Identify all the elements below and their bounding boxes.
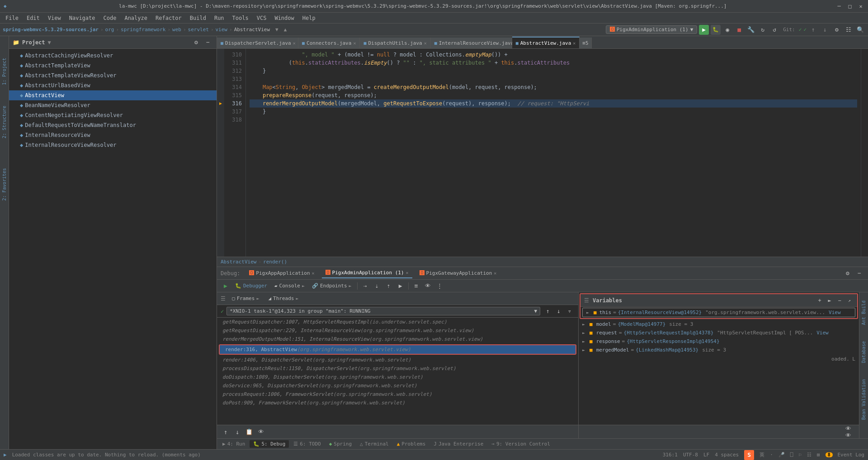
stop-button[interactable]: ■ <box>734 25 744 35</box>
redo-button[interactable]: ↺ <box>769 25 779 35</box>
bean-validation-label[interactable]: Bean Validation <box>860 376 867 423</box>
menu-view[interactable]: View <box>44 14 65 22</box>
console-tab[interactable]: ▰ Console ► <box>272 281 307 291</box>
git-update[interactable]: ↑ <box>808 25 818 35</box>
vars-minimize-icon[interactable]: − <box>835 296 844 305</box>
tab-dispatchutils[interactable]: ■ DispatchUtils.java ✕ <box>360 38 430 48</box>
endpoints-tab[interactable]: 🔗 Endpoints ► <box>309 281 354 291</box>
step-out-icon[interactable]: ⇡ <box>384 281 394 291</box>
tree-item-abstracttemplateviewresolver[interactable]: ◆ AbstractTemplateViewResolver <box>9 70 217 80</box>
tab-close-connectors[interactable]: ✕ <box>353 41 356 46</box>
jar-name[interactable]: spring-webmvc-5.3.29-sources.jar <box>3 27 99 33</box>
minimize-button[interactable]: ─ <box>835 3 843 10</box>
var-view-link[interactable]: View <box>829 310 841 315</box>
var-this[interactable]: ► ■ this = {InternalResourceView@14952} … <box>583 308 855 317</box>
debug-button[interactable]: 🐛 <box>711 25 721 35</box>
event-log-badge[interactable]: 8 Event Log <box>826 452 864 458</box>
close-pigxgateway[interactable]: ✕ <box>494 271 496 276</box>
project-tab-label[interactable]: 1: Project <box>1 54 8 89</box>
var-response[interactable]: ► ■ response = {HttpServletResponseImpl@… <box>579 337 859 346</box>
vars-expand-icon[interactable]: ► <box>826 296 834 305</box>
nav-springframework[interactable]: springframework <box>121 27 165 33</box>
tab-abstractview[interactable]: ■ AbstractView.java ✕ <box>512 37 580 48</box>
status-s-icon[interactable]: S <box>744 450 754 460</box>
menu-vcs[interactable]: VCS <box>253 14 270 22</box>
tree-item-beannamviewresolver[interactable]: ◆ BeanNameViewResolver <box>9 100 217 110</box>
frame-7[interactable]: doService:965, DispatcherServlet (org.sp… <box>217 381 578 390</box>
debug-settings-icon[interactable]: ⚙ <box>843 268 853 278</box>
status-lang[interactable]: 英 <box>760 451 764 458</box>
close-pigxapp[interactable]: ✕ <box>312 271 315 276</box>
database-label[interactable]: Database <box>860 338 867 366</box>
tab-dispatcherservlet[interactable]: ■ DispatcherServlet.java ✕ <box>217 38 298 48</box>
run-button[interactable]: ▶ <box>699 25 709 35</box>
status-grid2[interactable]: ⊠ <box>817 452 820 458</box>
step-over-icon[interactable]: ⇢ <box>360 281 370 291</box>
frame-6[interactable]: doDispatch:1089, DispatcherServlet (org.… <box>217 373 578 381</box>
thread-up-icon[interactable]: ↑ <box>543 306 553 316</box>
frames-button[interactable]: ▢ Frames ► <box>229 295 262 302</box>
tab-more-button[interactable]: ≡5 <box>580 38 591 48</box>
project-minimize-icon[interactable]: − <box>203 38 213 47</box>
frame-8[interactable]: processRequest:1006, FrameworkServlet (o… <box>217 390 578 399</box>
tree-item-abstractview[interactable]: ◆ AbstractView <box>9 90 217 100</box>
var-mergedmodel[interactable]: ► ■ mergedModel = {LinkedHashMap@14953} … <box>579 346 859 354</box>
close-button[interactable]: ✕ <box>857 3 864 10</box>
run-to-cursor-icon[interactable]: ▶ <box>396 281 406 291</box>
menu-run[interactable]: Run <box>211 14 228 22</box>
menu-help[interactable]: Help <box>299 14 319 22</box>
nav-abstractview[interactable]: AbstractView <box>234 27 270 33</box>
tree-item-abstracttemplateview[interactable]: ◆ AbstractTemplateView <box>9 61 217 70</box>
request-view-link[interactable]: View <box>816 330 829 336</box>
threads-button[interactable]: ◢ Threads ► <box>265 295 301 302</box>
breadcrumb-render[interactable]: render() <box>263 259 287 265</box>
tab-close-dispatcherservlet[interactable]: ✕ <box>293 41 296 46</box>
evaluate-icon[interactable]: ≡ <box>411 281 421 291</box>
menu-code[interactable]: Code <box>100 14 120 22</box>
vars-maximize-icon[interactable]: ↗ <box>845 296 854 305</box>
debug-tab-pigxadmin[interactable]: 🅾 PigxAdminApplication (1) ✕ <box>322 268 412 278</box>
breadcrumb-abstractview[interactable]: AbstractView <box>221 259 256 265</box>
bottom-tab-todo[interactable]: ☰ 6: TODO <box>290 440 324 448</box>
watch-icon[interactable]: 👁 <box>423 281 433 291</box>
frame-3-bordered[interactable]: render:316, AbstractView (org.springfram… <box>219 344 576 355</box>
thread-dropdown[interactable]: *XNIO-1 task-1"@14,323 in group "main": … <box>226 307 540 315</box>
layout-button[interactable]: ☷ <box>844 25 854 35</box>
vars-add-icon[interactable]: + <box>816 296 824 305</box>
menu-window[interactable]: Window <box>271 14 297 22</box>
status-keyboard[interactable]: ⎕ <box>790 452 793 458</box>
frame-2[interactable]: renderMergedOutputModel:151, InternalRes… <box>217 335 578 343</box>
status-lf[interactable]: LF <box>703 452 709 458</box>
debugger-tab[interactable]: 🐛 Debugger <box>232 281 270 291</box>
bottom-tab-javaent[interactable]: J Java Enterprise <box>430 440 487 448</box>
step-into-icon[interactable]: ⇣ <box>372 281 382 291</box>
search-button[interactable]: 🔍 <box>855 25 865 35</box>
status-utf8[interactable]: UTF-8 <box>683 452 698 458</box>
frame-1[interactable]: getRequestDispatcher:229, InternalResour… <box>217 326 578 335</box>
debug-tab-pigxgateway[interactable]: 🅾 PigxGatewayApplication ✕ <box>416 268 500 278</box>
bottom-tab-spring[interactable]: ◆ Spring <box>326 440 355 448</box>
debug-tab-pigxapp[interactable]: 🅾 PigxAppApplication ✕ <box>245 268 318 278</box>
code-content[interactable]: ", model " + (model != null ? model : Co… <box>246 49 861 257</box>
menu-navigate[interactable]: Navigate <box>66 14 99 22</box>
menu-refactor[interactable]: Refactor <box>152 14 185 22</box>
tab-close-abstractview[interactable]: ✕ <box>573 41 576 46</box>
tab-connectors[interactable]: ■ Connectors.java ✕ <box>298 38 360 48</box>
structure-tab-label[interactable]: 2: Structure <box>1 102 8 142</box>
frame-3[interactable]: render:316, AbstractView (org.springfram… <box>220 345 576 354</box>
menu-file[interactable]: File <box>2 14 22 22</box>
debug-resume-icon[interactable]: ▶ <box>221 281 231 291</box>
menu-analyze[interactable]: Analyze <box>121 14 151 22</box>
nav-web[interactable]: web <box>172 27 181 33</box>
status-flag[interactable]: ⚐ <box>798 452 802 458</box>
nav-servlet[interactable]: servlet <box>188 27 209 33</box>
tab-close-dispatchutils[interactable]: ✕ <box>424 41 427 46</box>
glasses-button[interactable]: 👁 <box>256 427 266 437</box>
tree-item-abstracturlbasedview[interactable]: ◆ AbstractUrlBasedView <box>9 80 217 90</box>
maximize-button[interactable]: □ <box>846 3 854 10</box>
nav-view[interactable]: view <box>216 27 228 33</box>
thread-down-icon[interactable]: ↓ <box>554 306 564 316</box>
run-config-dropdown[interactable]: 🅾 PigxAdminApplication (1) ▼ <box>606 25 698 34</box>
status-position[interactable]: 316:1 <box>663 452 678 458</box>
tree-item-internalresourceviewresolver[interactable]: ◆ InternalResourceViewResolver <box>9 140 217 150</box>
